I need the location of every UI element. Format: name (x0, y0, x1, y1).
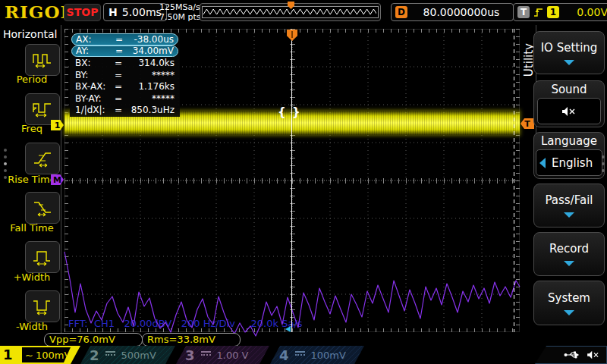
system-status-icons (535, 346, 607, 364)
channel-2-status[interactable]: 2 500mV (80, 346, 175, 364)
cursor-row-bx: BX: = 314.0ks (71, 57, 178, 69)
channel-1-scale: 100mV (36, 350, 71, 361)
cursor-row-by: BY: = ***** (71, 69, 178, 81)
menu-page-dot (602, 169, 605, 172)
dc-coupling-icon (201, 351, 211, 359)
cursor-row-bx-ax: BX-AX: = 1.176ks (71, 80, 178, 93)
menu-record-button[interactable]: Record (533, 232, 605, 276)
menu-page-dot (602, 155, 605, 158)
chevron-down-icon (564, 212, 574, 218)
channel-4-scale: 100mV (311, 350, 346, 361)
channel-1-settings: ~ 100mV B (22, 347, 71, 362)
menu-language-button[interactable]: Language English (533, 132, 605, 179)
dc-coupling-icon (295, 351, 305, 359)
usb-icon (564, 350, 580, 360)
menu-system-button[interactable]: System (533, 281, 605, 325)
channel-2-scale: 500mV (121, 350, 156, 361)
channel-3-scale: 1.00 V (217, 350, 249, 361)
cursor-b-line[interactable] (514, 29, 514, 332)
fft-position-arrow-icon (285, 326, 291, 332)
menu-io-setting-button[interactable]: IO Setting (533, 31, 605, 74)
speaker-muted-icon (561, 105, 577, 118)
language-value: English (552, 156, 593, 170)
channel-3-status[interactable]: 3 1.00 V (176, 346, 269, 364)
language-value-box: English (536, 149, 602, 176)
chevron-down-icon (564, 310, 574, 315)
cursor-measurement-panel: AX: = -38.00us AY: = 34.00mV BX: = 314.0… (70, 33, 180, 117)
dc-coupling-icon (105, 351, 115, 359)
cursor-b-marker[interactable]: } (292, 105, 300, 119)
cursor-row-ay: AY: = 34.00mV (71, 46, 178, 58)
oscilloscope-screen: RIGOL STOP H 5.00ms 125MSa/s 7.50M pts D… (0, 0, 607, 364)
measurement-vpp: Vpp=76.0mV (44, 333, 143, 347)
sound-value-box (537, 98, 601, 124)
cursor-row-ax: AX: = -38.00us (71, 33, 178, 46)
chevron-down-icon (564, 261, 574, 266)
channel-1-status[interactable]: 1 ~ 100mV B (0, 346, 80, 364)
menu-pass-fail-button[interactable]: Pass/Fail (533, 184, 605, 228)
menu-page-dot (602, 162, 605, 165)
cursor-a-marker[interactable]: { (278, 105, 286, 119)
chevron-left-icon (539, 158, 546, 168)
cursor-row-inv-dx: 1/|dX|: = 850.3uHz (71, 105, 178, 117)
cursor-a-line[interactable] (291, 29, 292, 332)
speaker-muted-icon (587, 350, 600, 360)
bandwidth-limit-badge: B (73, 350, 80, 361)
cursor-row-by-ay: BY-AY: = ***** (71, 93, 178, 105)
chevron-down-icon (564, 60, 574, 65)
channel-4-status[interactable]: 4 100mV (270, 346, 364, 364)
ac-coupling-icon: ~ (25, 350, 33, 361)
measurement-rms: Rms=33.8mV (142, 333, 241, 347)
menu-sound-button[interactable]: Sound (533, 80, 605, 127)
channel-status-bar: 1 ~ 100mV B 2 500mV 3 1.00 V 4 100mV (0, 346, 607, 364)
